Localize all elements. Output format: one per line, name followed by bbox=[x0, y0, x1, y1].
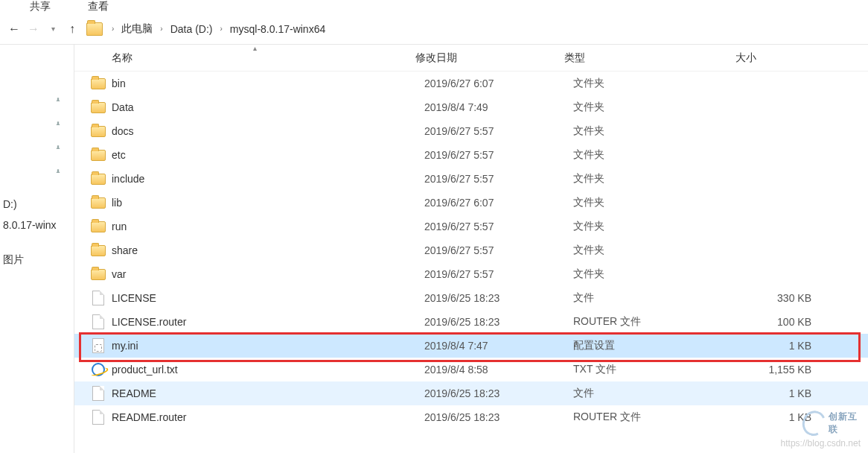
chevron-right-icon[interactable]: › bbox=[215, 25, 226, 33]
file-name: run bbox=[112, 221, 424, 232]
logo-text: 创新互联 bbox=[829, 411, 863, 436]
file-type: 文件夹 bbox=[573, 244, 744, 257]
logo-icon bbox=[799, 408, 829, 439]
file-name: LICENSE bbox=[112, 292, 424, 304]
file-size: 1 KB bbox=[744, 340, 811, 352]
file-icon bbox=[89, 314, 107, 329]
file-row[interactable]: bin2019/6/27 6:07文件夹 bbox=[74, 72, 868, 95]
recent-dropdown[interactable]: ▾ bbox=[43, 19, 63, 39]
file-row[interactable]: my.ini2019/8/4 7:47配置设置1 KB bbox=[74, 334, 868, 358]
file-row[interactable]: README.router2019/6/25 18:23ROUTER 文件1 K… bbox=[74, 405, 868, 429]
file-icon bbox=[89, 291, 107, 305]
sidebar-item-pictures[interactable]: 图片 bbox=[0, 249, 74, 271]
chevron-right-icon[interactable]: › bbox=[156, 25, 167, 33]
folder-icon bbox=[89, 150, 107, 161]
file-name: Data bbox=[112, 101, 424, 113]
menu-share[interactable]: 共享 bbox=[30, 0, 51, 13]
file-name: LICENSE.router bbox=[112, 316, 424, 328]
file-row[interactable]: LICENSE.router2019/6/25 18:23ROUTER 文件10… bbox=[74, 310, 868, 334]
column-type[interactable]: 类型 bbox=[558, 45, 730, 71]
crumb-pc[interactable]: 此电脑 bbox=[118, 22, 156, 36]
crumb-drive[interactable]: Data (D:) bbox=[167, 23, 216, 35]
file-row[interactable]: share2019/6/27 5:57文件夹 bbox=[74, 238, 868, 262]
file-row[interactable]: var2019/6/27 5:57文件夹 bbox=[74, 262, 868, 286]
folder-icon bbox=[89, 245, 107, 256]
watermark: https://blog.csdn.net bbox=[781, 438, 861, 449]
file-list: bin2019/6/27 6:07文件夹Data2019/8/4 7:49文件夹… bbox=[74, 72, 868, 429]
crumb-folder[interactable]: mysql-8.0.17-winx64 bbox=[227, 23, 328, 35]
file-date: 2019/6/25 18:23 bbox=[424, 316, 573, 328]
forward-button: → bbox=[24, 19, 43, 39]
sort-indicator-icon: ▴ bbox=[253, 44, 257, 52]
file-date: 2019/6/25 18:23 bbox=[424, 292, 573, 304]
file-type: 文件夹 bbox=[573, 148, 744, 162]
file-name: README.router bbox=[112, 411, 424, 423]
file-name: bin bbox=[112, 77, 424, 89]
pin-icon[interactable] bbox=[0, 137, 74, 161]
file-name: etc bbox=[112, 149, 424, 161]
pin-icon[interactable] bbox=[0, 161, 74, 185]
file-date: 2019/6/25 18:23 bbox=[424, 387, 573, 399]
file-icon bbox=[89, 386, 107, 401]
column-date[interactable]: 修改日期 bbox=[409, 45, 558, 71]
ini-icon bbox=[89, 338, 107, 353]
file-type: 文件夹 bbox=[573, 220, 744, 233]
file-type: 文件 bbox=[573, 387, 744, 400]
file-name: lib bbox=[112, 197, 424, 209]
file-date: 2019/6/27 5:57 bbox=[424, 125, 573, 137]
sidebar-item-folder[interactable]: 8.0.17-winx bbox=[0, 215, 74, 235]
file-size: 1 KB bbox=[744, 411, 811, 423]
file-row[interactable]: run2019/6/27 5:57文件夹 bbox=[74, 215, 868, 238]
file-date: 2019/6/27 5:57 bbox=[424, 244, 573, 256]
chevron-right-icon[interactable]: › bbox=[107, 25, 118, 33]
file-date: 2019/8/4 8:58 bbox=[424, 364, 573, 376]
file-size: 100 KB bbox=[744, 316, 811, 328]
file-type: 配置设置 bbox=[573, 339, 744, 352]
folder-icon bbox=[89, 102, 107, 113]
file-row[interactable]: Data2019/8/4 7:49文件夹 bbox=[74, 95, 868, 119]
folder-icon bbox=[86, 22, 103, 36]
file-type: 文件夹 bbox=[573, 77, 744, 90]
folder-icon bbox=[89, 221, 107, 232]
file-pane: ▴ 名称 修改日期 类型 大小 bin2019/6/27 6:07文件夹Data… bbox=[74, 45, 868, 453]
file-row[interactable]: product_url.txt2019/8/4 8:58TXT 文件1,155 … bbox=[74, 358, 868, 381]
file-name: var bbox=[112, 268, 424, 280]
brand-logo: 创新互联 bbox=[802, 408, 862, 438]
file-icon bbox=[89, 410, 107, 425]
file-name: my.ini bbox=[112, 340, 424, 352]
file-name: product_url.txt bbox=[112, 364, 424, 376]
file-date: 2019/6/27 5:57 bbox=[424, 268, 573, 280]
folder-icon bbox=[89, 174, 107, 185]
column-name[interactable]: 名称 bbox=[74, 45, 409, 71]
file-row[interactable]: etc2019/6/27 5:57文件夹 bbox=[74, 143, 868, 167]
file-name: share bbox=[112, 244, 424, 256]
address-bar: ← → ▾ ↑ › 此电脑 › Data (D:) › mysql-8.0.17… bbox=[0, 13, 868, 45]
sidebar: D:) 8.0.17-winx 图片 bbox=[0, 45, 74, 453]
file-row[interactable]: lib2019/6/27 6:07文件夹 bbox=[74, 191, 868, 215]
column-size[interactable]: 大小 bbox=[730, 45, 868, 71]
file-type: 文件夹 bbox=[573, 101, 744, 114]
file-date: 2019/6/27 6:07 bbox=[424, 77, 573, 89]
file-row[interactable]: include2019/6/27 5:57文件夹 bbox=[74, 167, 868, 191]
file-name: README bbox=[112, 387, 424, 399]
file-date: 2019/6/27 5:57 bbox=[424, 221, 573, 232]
sidebar-item-drive[interactable]: D:) bbox=[0, 194, 74, 215]
file-type: 文件夹 bbox=[573, 267, 744, 281]
file-date: 2019/6/27 5:57 bbox=[424, 149, 573, 161]
file-date: 2019/6/25 18:23 bbox=[424, 411, 573, 423]
up-button[interactable]: ↑ bbox=[63, 19, 82, 39]
file-date: 2019/8/4 7:49 bbox=[424, 101, 573, 113]
file-size: 1 KB bbox=[744, 387, 811, 399]
folder-icon bbox=[89, 269, 107, 280]
file-type: 文件夹 bbox=[573, 124, 744, 138]
pin-icon[interactable] bbox=[0, 113, 74, 137]
file-row[interactable]: LICENSE2019/6/25 18:23文件330 KB bbox=[74, 286, 868, 310]
folder-icon bbox=[89, 197, 107, 209]
menu-view[interactable]: 查看 bbox=[88, 0, 109, 13]
pin-icon[interactable] bbox=[0, 89, 74, 113]
file-row[interactable]: docs2019/6/27 5:57文件夹 bbox=[74, 119, 868, 143]
back-button[interactable]: ← bbox=[4, 19, 24, 39]
file-row[interactable]: README2019/6/25 18:23文件1 KB bbox=[74, 381, 868, 405]
folder-icon bbox=[89, 126, 107, 137]
file-type: 文件 bbox=[573, 291, 744, 305]
